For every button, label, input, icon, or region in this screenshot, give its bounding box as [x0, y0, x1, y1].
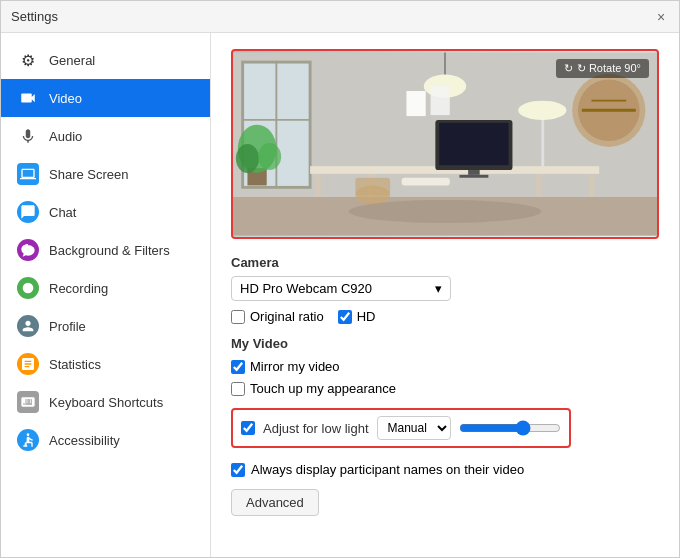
sidebar-item-label: Audio [49, 129, 82, 144]
participant-names-checkbox[interactable] [231, 463, 245, 477]
profile-icon [17, 315, 39, 337]
touch-up-checkbox[interactable] [231, 382, 245, 396]
advanced-button[interactable]: Advanced [231, 489, 319, 516]
rotate-button[interactable]: ↻ ↻ Rotate 90° [556, 59, 649, 78]
low-light-mode-dropdown[interactable]: Manual Auto [377, 416, 451, 440]
svg-rect-32 [406, 91, 425, 116]
svg-rect-13 [315, 174, 321, 197]
sidebar-item-label: Chat [49, 205, 76, 220]
svg-rect-33 [431, 86, 450, 115]
accessibility-icon [17, 429, 39, 451]
mirror-checkbox[interactable] [231, 360, 245, 374]
original-ratio-option[interactable]: Original ratio [231, 309, 324, 324]
sidebar-item-recording[interactable]: Recording [1, 269, 210, 307]
my-video-section-label: My Video [231, 336, 659, 351]
touch-up-option[interactable]: Touch up my appearance [231, 381, 659, 396]
my-video-options: Mirror my video Touch up my appearance [231, 359, 659, 396]
low-light-slider[interactable] [459, 420, 562, 436]
mirror-label: Mirror my video [250, 359, 340, 374]
gear-icon: ⚙ [17, 49, 39, 71]
close-button[interactable]: × [653, 9, 669, 25]
mirror-option[interactable]: Mirror my video [231, 359, 659, 374]
video-preview: ↻ ↻ Rotate 90° [231, 49, 659, 239]
audio-icon [17, 125, 39, 147]
sidebar-item-background[interactable]: Background & Filters [1, 231, 210, 269]
camera-section-label: Camera [231, 255, 659, 270]
titlebar: Settings × [1, 1, 679, 33]
share-screen-icon [17, 163, 39, 185]
hd-option[interactable]: HD [338, 309, 376, 324]
sidebar-item-label: Accessibility [49, 433, 120, 448]
rotate-label: ↻ Rotate 90° [577, 62, 641, 75]
camera-dropdown[interactable]: HD Pro Webcam C920 ▾ [231, 276, 451, 301]
sidebar-item-accessibility[interactable]: Accessibility [1, 421, 210, 459]
svg-point-10 [258, 143, 281, 170]
hd-label: HD [357, 309, 376, 324]
chat-icon [17, 201, 39, 223]
svg-rect-20 [459, 175, 488, 178]
participant-names-row: Always display participant names on thei… [231, 462, 659, 477]
sidebar-item-video[interactable]: Video [1, 79, 210, 117]
sidebar-item-general[interactable]: ⚙ General [1, 41, 210, 79]
sidebar-item-share-screen[interactable]: Share Screen [1, 155, 210, 193]
original-ratio-label: Original ratio [250, 309, 324, 324]
sidebar-item-label: General [49, 53, 95, 68]
sidebar-item-chat[interactable]: Chat [1, 193, 210, 231]
sidebar-item-label: Statistics [49, 357, 101, 372]
svg-rect-16 [536, 174, 542, 197]
video-icon [17, 87, 39, 109]
svg-rect-14 [589, 174, 595, 197]
video-settings-panel: ↻ ↻ Rotate 90° Camera HD Pro Webcam C920… [211, 33, 679, 557]
sidebar-item-statistics[interactable]: Statistics [1, 345, 210, 383]
recording-icon [17, 277, 39, 299]
camera-options-row: Original ratio HD [231, 309, 659, 324]
sidebar-item-label: Keyboard Shortcuts [49, 395, 163, 410]
sidebar-item-profile[interactable]: Profile [1, 307, 210, 345]
settings-window: Settings × ⚙ General Video Audio [0, 0, 680, 558]
low-light-checkbox[interactable] [241, 421, 255, 435]
sidebar-item-label: Video [49, 91, 82, 106]
sidebar-item-audio[interactable]: Audio [1, 117, 210, 155]
svg-point-22 [518, 101, 566, 120]
sidebar-item-label: Profile [49, 319, 86, 334]
participant-names-label: Always display participant names on thei… [251, 462, 524, 477]
low-light-label: Adjust for low light [263, 421, 369, 436]
svg-rect-19 [468, 170, 480, 175]
sidebar-item-label: Recording [49, 281, 108, 296]
svg-point-0 [23, 283, 34, 294]
low-light-slider-container [459, 420, 562, 436]
sidebar-item-keyboard[interactable]: Keyboard Shortcuts [1, 383, 210, 421]
background-icon [17, 239, 39, 261]
svg-rect-18 [439, 123, 508, 165]
dropdown-chevron-icon: ▾ [435, 281, 442, 296]
touch-up-label: Touch up my appearance [250, 381, 396, 396]
original-ratio-checkbox[interactable] [231, 310, 245, 324]
svg-point-1 [27, 433, 30, 436]
sidebar: ⚙ General Video Audio Share Screen [1, 33, 211, 557]
sidebar-item-label: Background & Filters [49, 243, 170, 258]
svg-rect-31 [355, 178, 390, 195]
window-title: Settings [11, 9, 58, 24]
main-content: ⚙ General Video Audio Share Screen [1, 33, 679, 557]
rotate-icon: ↻ [564, 62, 573, 75]
svg-point-9 [236, 144, 259, 173]
low-light-row: Adjust for low light Manual Auto [231, 408, 571, 448]
sidebar-item-label: Share Screen [49, 167, 129, 182]
hd-checkbox[interactable] [338, 310, 352, 324]
svg-rect-29 [402, 178, 450, 186]
camera-device-name: HD Pro Webcam C920 [240, 281, 372, 296]
statistics-icon [17, 353, 39, 375]
svg-point-34 [349, 200, 542, 223]
keyboard-icon [17, 391, 39, 413]
